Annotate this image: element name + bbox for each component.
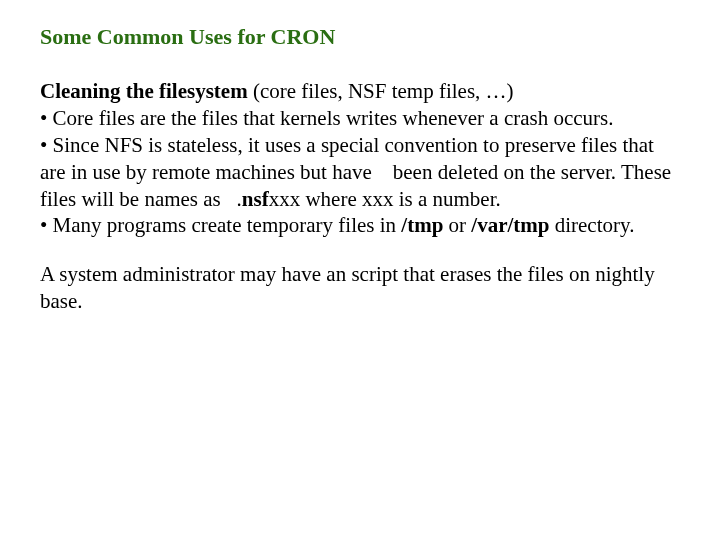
slide-title: Some Common Uses for CRON	[40, 24, 680, 50]
bullet-2-bold: nsf	[242, 187, 269, 211]
bullet-3-bold1: /tmp	[401, 213, 443, 237]
lead-rest: (core files, NSF temp files, …)	[248, 79, 514, 103]
paragraph-1: Cleaning the filesystem (core files, NSF…	[40, 78, 680, 239]
lead-bold: Cleaning the filesystem	[40, 79, 248, 103]
bullet-3b: directory.	[549, 213, 634, 237]
bullet-3a: • Many programs create temporary files i…	[40, 213, 401, 237]
slide-body: Cleaning the filesystem (core files, NSF…	[40, 78, 680, 315]
bullet-3-mid: or	[443, 213, 471, 237]
slide: Some Common Uses for CRON Cleaning the f…	[0, 0, 720, 540]
bullet-3-bold2: /var/tmp	[471, 213, 549, 237]
paragraph-2: A system administrator may have an scrip…	[40, 261, 680, 315]
bullet-2b: xxx where xxx is a number.	[269, 187, 501, 211]
bullet-1: • Core files are the files that kernels …	[40, 106, 614, 130]
